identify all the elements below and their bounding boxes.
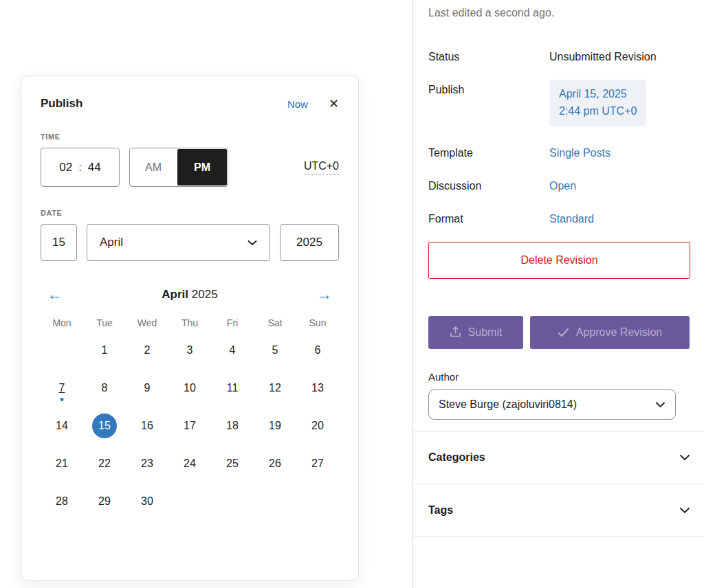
day-number[interactable]: 9 <box>135 376 160 400</box>
delete-revision-button[interactable]: Delete Revision <box>428 242 690 279</box>
calendar-day[interactable]: 27 <box>296 444 339 482</box>
discussion-button[interactable]: Open <box>549 176 576 192</box>
calendar-day[interactable]: 12 <box>254 369 296 407</box>
day-number[interactable]: 8 <box>92 376 117 400</box>
approve-revision-button[interactable]: Approve Revision <box>530 316 690 349</box>
publish-label: Publish <box>428 80 549 96</box>
chevron-down-icon <box>248 240 257 246</box>
calendar-day[interactable]: 7 <box>41 369 83 407</box>
calendar-day[interactable]: 30 <box>126 482 168 520</box>
calendar-empty-cell <box>168 482 211 520</box>
day-number[interactable]: 20 <box>305 414 330 438</box>
calendar-day[interactable]: 20 <box>296 407 339 444</box>
weekday-label: Tue <box>83 312 126 331</box>
calendar-day[interactable]: 29 <box>83 482 126 520</box>
publish-date-button[interactable]: April 15, 2025 2:44 pm UTC+0 <box>549 80 646 126</box>
calendar-day[interactable]: 22 <box>83 444 126 482</box>
chevron-down-icon <box>679 454 690 461</box>
calendar-day[interactable]: 25 <box>211 444 254 482</box>
day-number[interactable]: 24 <box>177 451 202 476</box>
day-number[interactable]: 10 <box>177 376 202 400</box>
am-button[interactable]: AM <box>130 148 177 186</box>
format-button[interactable]: Standard <box>549 209 594 225</box>
calendar-day[interactable]: 10 <box>168 369 211 407</box>
calendar-day[interactable]: 1 <box>83 331 126 369</box>
day-number[interactable]: 14 <box>50 414 74 438</box>
chevron-down-icon <box>679 507 690 514</box>
day-number[interactable]: 29 <box>92 489 117 514</box>
month-select[interactable]: April <box>87 224 270 261</box>
calendar-day[interactable]: 11 <box>211 369 254 407</box>
day-number[interactable]: 6 <box>305 338 330 363</box>
day-number[interactable]: 15 <box>92 414 117 438</box>
pm-button[interactable]: PM <box>177 149 227 185</box>
calendar-day[interactable]: 15 <box>83 407 126 444</box>
time-input[interactable]: 02 : 44 <box>41 148 120 187</box>
calendar-nav: ← April 2025 → <box>41 287 339 302</box>
calendar-day[interactable]: 8 <box>83 369 126 407</box>
calendar-day[interactable]: 21 <box>41 444 83 482</box>
day-number[interactable]: 22 <box>92 451 117 476</box>
day-number[interactable]: 27 <box>305 451 330 476</box>
weekday-label: Wed <box>126 312 168 331</box>
weekday-label: Thu <box>168 312 211 331</box>
day-number[interactable]: 28 <box>50 489 74 514</box>
calendar-day[interactable]: 28 <box>41 482 83 520</box>
author-select[interactable]: Steve Burge (zajoluviri0814) <box>428 389 676 420</box>
calendar-day[interactable]: 9 <box>126 369 168 407</box>
calendar-day[interactable]: 6 <box>296 331 339 369</box>
day-number[interactable]: 2 <box>135 338 160 363</box>
discussion-row: Discussion Open <box>428 176 690 192</box>
categories-panel-toggle[interactable]: Categories <box>428 431 690 484</box>
calendar-day[interactable]: 3 <box>168 331 211 369</box>
day-number[interactable]: 19 <box>263 414 287 438</box>
calendar-day[interactable]: 13 <box>296 369 339 407</box>
day-number[interactable]: 13 <box>305 376 330 400</box>
day-number[interactable]: 11 <box>220 376 245 400</box>
day-number[interactable]: 18 <box>220 414 245 438</box>
next-month-icon[interactable]: → <box>317 287 332 302</box>
settings-sidebar: Last edited a second ago. Status Unsubmi… <box>412 0 704 588</box>
year-input[interactable]: 2025 <box>280 224 339 261</box>
author-label: Author <box>428 371 690 383</box>
day-number[interactable]: 3 <box>177 338 202 363</box>
submit-button[interactable]: Submit <box>428 316 523 349</box>
now-button[interactable]: Now <box>287 98 308 110</box>
calendar-day[interactable]: 17 <box>168 407 211 444</box>
calendar-day[interactable]: 24 <box>168 444 211 482</box>
day-number[interactable]: 30 <box>135 489 160 514</box>
day-number[interactable]: 7 <box>50 376 74 400</box>
day-number[interactable]: 4 <box>220 338 245 363</box>
calendar-day[interactable]: 2 <box>126 331 168 369</box>
calendar-day[interactable]: 19 <box>254 407 296 444</box>
calendar-day[interactable]: 23 <box>126 444 168 482</box>
day-number[interactable]: 1 <box>92 338 117 363</box>
hours-value[interactable]: 02 <box>59 161 72 174</box>
day-number[interactable]: 17 <box>177 414 202 438</box>
close-icon[interactable]: ✕ <box>329 98 339 110</box>
tags-panel-toggle[interactable]: Tags <box>428 484 690 536</box>
calendar-weekdays: MonTueWedThuFriSatSun <box>41 312 339 331</box>
weekday-label: Sat <box>254 312 296 331</box>
day-input[interactable]: 15 <box>41 224 77 261</box>
day-number[interactable]: 23 <box>135 451 160 476</box>
divider <box>413 536 704 537</box>
calendar-day[interactable]: 16 <box>126 407 168 444</box>
prev-month-icon[interactable]: ← <box>47 287 63 302</box>
calendar-day[interactable]: 18 <box>211 407 254 444</box>
template-button[interactable]: Single Posts <box>549 143 610 159</box>
calendar-day[interactable]: 5 <box>254 331 296 369</box>
template-label: Template <box>428 143 549 159</box>
minutes-value[interactable]: 44 <box>88 161 101 174</box>
day-number[interactable]: 25 <box>220 451 245 476</box>
day-number[interactable]: 16 <box>135 414 160 438</box>
day-number[interactable]: 12 <box>263 376 287 400</box>
day-number[interactable]: 5 <box>263 338 287 363</box>
date-label: DATE <box>41 209 339 217</box>
calendar-day[interactable]: 14 <box>41 407 83 444</box>
day-number[interactable]: 26 <box>263 451 287 476</box>
calendar-day[interactable]: 4 <box>211 331 254 369</box>
day-number[interactable]: 21 <box>50 451 74 476</box>
calendar-day[interactable]: 26 <box>254 444 296 482</box>
timezone-button[interactable]: UTC+0 <box>304 160 339 174</box>
